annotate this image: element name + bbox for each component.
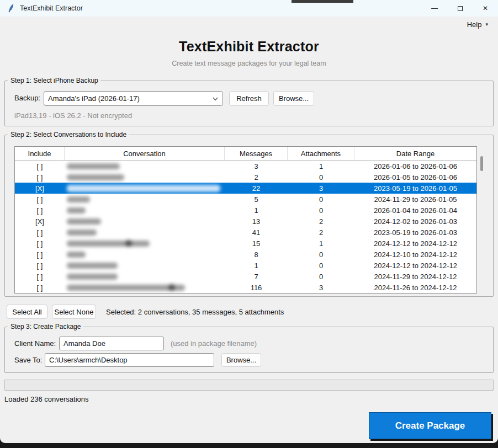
date-range: 2023-05-19 to 2026-01-05 [354, 183, 476, 194]
save-to-value: C:\Users\armch\Desktop [49, 356, 128, 364]
table-row[interactable]: [ ]102024-12-12 to 2024-12-12 [15, 260, 476, 271]
date-range: 2026-01-05 to 2026-01-06 [354, 172, 476, 183]
browse-save-button[interactable]: Browse... [221, 353, 261, 367]
column-header-attachments[interactable]: Attachments [288, 147, 354, 160]
include-checkbox[interactable]: [ ] [15, 194, 65, 205]
include-checkbox[interactable]: [ ] [15, 161, 65, 172]
conversation-name-redacted [65, 260, 225, 271]
backup-combobox[interactable]: Amanda's iPad (2026-01-17) [44, 91, 223, 106]
date-range: 2026-01-04 to 2026-01-04 [354, 205, 476, 216]
include-checkbox[interactable]: [X] [15, 216, 65, 227]
client-name-field[interactable]: Amanda Doe [59, 337, 164, 350]
backup-label: Backup: [14, 94, 40, 102]
messages-count: 5 [225, 194, 288, 205]
backup-combobox-value: Amanda's iPad (2026-01-17) [48, 94, 140, 103]
column-header-include[interactable]: Include [15, 147, 65, 160]
conversation-name-redacted [65, 172, 225, 183]
table-row[interactable]: [X]2232023-05-19 to 2026-01-05 [15, 183, 476, 194]
close-button[interactable]: ✕ [473, 0, 498, 17]
step1-legend: Step 1: Select iPhone Backup [8, 77, 100, 84]
include-checkbox[interactable]: [ ] [15, 260, 65, 271]
messages-count: 116 [225, 282, 288, 293]
attachments-count: 0 [288, 260, 354, 271]
include-checkbox[interactable]: [ ] [15, 172, 65, 183]
attachments-count: 0 [288, 172, 354, 183]
attachments-count: 2 [288, 227, 354, 238]
column-header-messages[interactable]: Messages [225, 147, 288, 160]
conversation-name-redacted [65, 271, 225, 282]
client-name-hint: (used in package filename) [171, 339, 257, 348]
attachments-count: 0 [288, 194, 354, 205]
maximize-button[interactable] [447, 0, 473, 17]
create-package-button[interactable]: Create Package [369, 412, 491, 439]
conversation-name-redacted [65, 194, 225, 205]
date-range: 2024-12-02 to 2026-01-03 [354, 216, 476, 227]
date-range: 2024-12-12 to 2024-12-12 [354, 260, 476, 271]
include-checkbox[interactable]: [ ] [15, 227, 65, 238]
table-row[interactable]: [ ]502024-11-29 to 2026-01-05 [15, 194, 476, 205]
conversation-name-redacted [65, 183, 225, 194]
table-row[interactable]: [ ]312026-01-06 to 2026-01-06 [15, 161, 476, 172]
progress-bar [4, 380, 494, 391]
messages-count: 8 [225, 249, 288, 260]
date-range: 2024-12-10 to 2024-12-12 [354, 249, 476, 260]
step3-frame: Step 3: Create Package Client Name: Aman… [4, 327, 494, 373]
date-range: 2024-11-29 to 2026-01-05 [354, 194, 476, 205]
save-to-label: Save To: [14, 356, 42, 364]
date-range: 2024-11-29 to 2024-12-12 [354, 271, 476, 282]
date-range: 2023-05-19 to 2026-01-03 [354, 227, 476, 238]
column-header-date-range[interactable]: Date Range [354, 147, 476, 160]
step3-legend: Step 3: Create Package [8, 323, 83, 330]
save-to-field[interactable]: C:\Users\armch\Desktop [45, 353, 214, 367]
table-row[interactable]: [ ]702024-11-29 to 2024-12-12 [15, 271, 476, 282]
messages-count: 1 [225, 205, 288, 216]
window-title: TextExhibit Extractor [20, 4, 83, 12]
attachments-count: 3 [288, 183, 354, 194]
maximize-icon [458, 6, 463, 11]
conversation-name-redacted [65, 282, 225, 293]
table-row[interactable]: [ ]202026-01-05 to 2026-01-06 [15, 172, 476, 183]
messages-count: 1 [225, 260, 288, 271]
table-row[interactable]: [X]1322024-12-02 to 2026-01-03 [15, 216, 476, 227]
messages-count: 2 [225, 172, 288, 183]
conversation-name-redacted [65, 216, 225, 227]
status-text: Loaded 236 conversations [4, 395, 89, 403]
table-row[interactable]: [ ]1512024-12-12 to 2024-12-12 [15, 238, 476, 249]
include-checkbox[interactable]: [X] [15, 183, 65, 194]
conversation-name-redacted [65, 227, 225, 238]
table-row[interactable]: [ ]11632024-11-26 to 2024-12-12 [15, 282, 476, 293]
table-scrollbar-thumb[interactable] [480, 156, 483, 171]
table-row[interactable]: [ ]102026-01-04 to 2026-01-04 [15, 205, 476, 216]
table-row[interactable]: [ ]4122023-05-19 to 2026-01-03 [15, 227, 476, 238]
include-checkbox[interactable]: [ ] [15, 238, 65, 249]
step2-legend: Step 2: Select Conversations to Include [8, 131, 129, 138]
help-menu[interactable]: Help ▾ [463, 19, 492, 30]
client-name-value: Amanda Doe [63, 339, 105, 348]
include-checkbox[interactable]: [ ] [15, 249, 65, 260]
title-bar[interactable]: TextExhibit Extractor — ✕ [0, 0, 498, 17]
minimize-button[interactable]: — [422, 0, 447, 17]
include-checkbox[interactable]: [ ] [15, 282, 65, 293]
date-range: 2024-11-26 to 2024-12-12 [354, 282, 476, 293]
date-range: 2024-12-12 to 2024-12-12 [354, 238, 476, 249]
conversation-name-redacted [65, 249, 225, 260]
step1-frame: Step 1: Select iPhone Backup Backup: Ama… [4, 81, 494, 126]
client-name-label: Client Name: [14, 339, 56, 348]
column-header-conversation[interactable]: Conversation [65, 147, 225, 160]
include-checkbox[interactable]: [ ] [15, 205, 65, 216]
conversation-name-redacted [65, 205, 225, 216]
refresh-button[interactable]: Refresh [229, 91, 269, 106]
combobox-chevron-icon [212, 95, 219, 102]
conversation-name-redacted [65, 238, 225, 249]
browse-backup-button[interactable]: Browse... [273, 91, 314, 106]
conversation-name-redacted [65, 161, 225, 172]
page-subtitle: Create text message packages for your le… [0, 60, 498, 67]
attachments-count: 1 [288, 161, 354, 172]
table-row[interactable]: [ ]802024-12-10 to 2024-12-12 [15, 249, 476, 260]
select-none-button[interactable]: Select None [52, 305, 96, 319]
include-checkbox[interactable]: [ ] [15, 271, 65, 282]
select-all-button[interactable]: Select All [7, 305, 47, 319]
conversation-table-header: Include Conversation Messages Attachment… [15, 147, 476, 161]
messages-count: 41 [225, 227, 288, 238]
background-window-edge [292, 0, 353, 3]
